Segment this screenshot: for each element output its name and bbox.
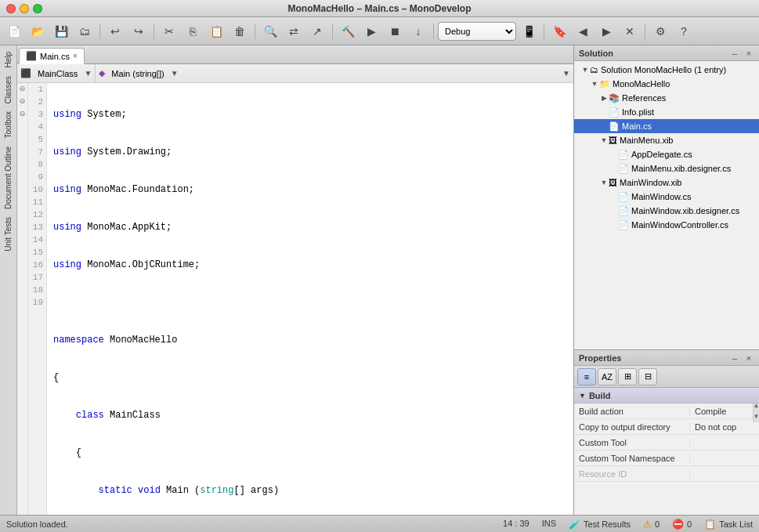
solution-tree[interactable]: ▼ 🗂 Solution MonoMacHello (1 entry) ▼ 📁 … (574, 61, 759, 349)
props-view-all-btn[interactable]: ≡ (577, 368, 596, 385)
settings-button[interactable]: ⚙ (649, 20, 671, 42)
tree-infoplist-label: Info.plist (622, 107, 654, 117)
save-button[interactable]: 💾 (50, 20, 72, 42)
scroll-down-btn[interactable]: ▼ (754, 411, 759, 422)
bookmark-button[interactable]: 🔖 (548, 20, 570, 42)
open-button[interactable]: 📂 (27, 20, 49, 42)
step-button[interactable]: ↓ (407, 20, 429, 42)
save-all-button[interactable]: 🗂 (74, 20, 96, 42)
separator-2 (154, 24, 154, 39)
tree-references-arrow[interactable]: ▶ (599, 93, 609, 103)
clear-bookmarks-button[interactable]: ✕ (619, 20, 641, 42)
minimize-button[interactable] (20, 4, 29, 13)
separator-5 (433, 24, 434, 39)
properties-panel-close[interactable]: × (743, 353, 754, 364)
props-view-custom-btn[interactable]: ⊟ (638, 368, 657, 385)
properties-panel-minimize[interactable]: – (729, 353, 740, 364)
tree-mainmenu-xib[interactable]: ▼ 🖼 MainMenu.xib (574, 133, 759, 147)
code-editor[interactable]: ⊖ ⊖ ⊖ 1 2 (17, 83, 573, 515)
tab-close-button[interactable]: × (73, 52, 78, 60)
solution-panel-title: Solution (579, 49, 613, 58)
props-row-custom-tool[interactable]: Custom Tool (574, 435, 759, 451)
window-controls[interactable] (6, 4, 42, 13)
title-bar: MonoMacHello – Main.cs – MonoDevelop (0, 0, 759, 17)
scroll-up-btn[interactable]: ▲ (754, 404, 759, 411)
controller-icon: 📄 (618, 220, 629, 230)
document-outline-panel-btn[interactable]: Document Outline (2, 143, 14, 212)
props-row-copy-output[interactable]: Copy to output directory Do not cop (574, 419, 759, 435)
config-select[interactable]: Debug Release (438, 22, 516, 41)
props-scrollbar[interactable]: ▲ ▼ (753, 404, 759, 422)
solution-panel-close[interactable]: × (743, 48, 754, 59)
delete-button[interactable]: 🗑 (229, 20, 251, 42)
task-list-group[interactable]: 📋 Task List (704, 519, 753, 530)
tree-references[interactable]: ▶ 📚 References (574, 91, 759, 105)
tree-maincs-label: Main.cs (622, 121, 652, 131)
next-bookmark-button[interactable]: ▶ (595, 20, 617, 42)
cut-button[interactable]: ✂ (158, 20, 180, 42)
properties-table: Build action Compile ▲ ▼ Copy to output … (574, 404, 759, 515)
stop-button[interactable]: ⏹ (384, 20, 406, 42)
test-results-group[interactable]: 🧪 Test Results (569, 519, 631, 530)
properties-panel-controls: – × (729, 353, 754, 364)
help-panel-btn[interactable]: Help (2, 49, 14, 71)
code-content[interactable]: using System; using System.Drawing; usin… (47, 83, 573, 515)
class-dropdown-arrow[interactable]: ▼ (81, 64, 95, 82)
props-row-custom-tool-ns[interactable]: Custom Tool Namespace (574, 451, 759, 466)
new-button[interactable]: 📄 (3, 20, 25, 42)
prev-bookmark-button[interactable]: ◀ (572, 20, 594, 42)
unit-tests-panel-btn[interactable]: Unit Tests (2, 214, 14, 255)
help-button[interactable]: ? (673, 20, 695, 42)
tree-mainwindow-designer[interactable]: 📄 MainWindow.xib.designer.cs (574, 204, 759, 218)
method-indicator: Main (string[]) (108, 69, 167, 78)
tree-mainwindow-cs[interactable]: 📄 MainWindow.cs (574, 190, 759, 204)
xib-icon: 🖼 (609, 136, 617, 145)
properties-panel: Properties – × ≡ AZ ⊞ ⊟ ▼ Build Build ac… (574, 350, 759, 515)
task-list-icon: 📋 (704, 519, 716, 530)
tree-mainwindow-arrow[interactable]: ▼ (599, 178, 609, 187)
undo-button[interactable]: ↩ (104, 20, 126, 42)
tree-appdelegate[interactable]: 📄 AppDelegate.cs (574, 147, 759, 161)
solution-panel-minimize[interactable]: – (729, 48, 740, 59)
maximize-button[interactable] (33, 4, 42, 13)
close-button[interactable] (6, 4, 16, 13)
separator-1 (99, 24, 100, 39)
replace-button[interactable]: ⇄ (283, 20, 305, 42)
classes-panel-btn[interactable]: Classes (2, 73, 14, 107)
toolbox-panel-btn[interactable]: Toolbox (2, 108, 14, 141)
tree-root-arrow[interactable]: ▼ (580, 65, 590, 74)
tree-mainwindow-xib[interactable]: ▼ 🖼 MainWindow.xib (574, 176, 759, 190)
tree-mainmenu-designer[interactable]: 📄 MainMenu.xib.designer.cs (574, 161, 759, 176)
run-button[interactable]: ▶ (360, 20, 382, 42)
nav-scroll-btn[interactable]: ▼ (559, 64, 573, 82)
props-row-build-action[interactable]: Build action Compile ▲ ▼ (574, 404, 759, 419)
redo-button[interactable]: ↪ (128, 20, 150, 42)
device-button[interactable]: 📱 (518, 20, 540, 42)
line-numbers: 1 2 3 4 5 7 8 9 10 11 12 13 14 15 16 17 … (28, 83, 47, 515)
tree-root[interactable]: ▼ 🗂 Solution MonoMacHello (1 entry) (574, 63, 759, 77)
props-label-custom-tool-ns: Custom Tool Namespace (574, 454, 690, 463)
tree-mainmenu-arrow[interactable]: ▼ (599, 136, 609, 145)
build-section-header[interactable]: ▼ Build (574, 388, 759, 404)
code-nav-bar: ⬛ MainClass ▼ ◆ Main (string[]) ▼ ▼ (17, 64, 573, 83)
search-button[interactable]: 🔍 (259, 20, 281, 42)
copy-button[interactable]: ⎘ (182, 20, 204, 42)
main-layout: Help Classes Toolbox Document Outline Un… (0, 45, 759, 515)
props-row-resource-id: Resource ID (574, 466, 759, 482)
tree-project[interactable]: ▼ 📁 MonoMacHello (574, 77, 759, 91)
tab-main-cs[interactable]: ⬛ Main.cs × (19, 48, 85, 64)
errors-count: 0 (687, 519, 692, 529)
props-view-alpha-btn[interactable]: AZ (598, 368, 616, 385)
cursor-position: 14 : 39 (503, 519, 529, 530)
status-bar: Solution loaded. 14 : 39 INS 🧪 Test Resu… (0, 515, 759, 532)
goto-button[interactable]: ↗ (306, 20, 328, 42)
method-dropdown-arrow[interactable]: ▼ (168, 64, 182, 82)
props-view-category-btn[interactable]: ⊞ (618, 368, 637, 385)
tree-maincs[interactable]: 📄 Main.cs (574, 119, 759, 133)
solution-panel-controls: – × (729, 48, 754, 59)
tree-mainwindow-controller[interactable]: 📄 MainWindowController.cs (574, 218, 759, 232)
build-button[interactable]: 🔨 (337, 20, 359, 42)
tree-infoplist[interactable]: 📄 Info.plist (574, 105, 759, 119)
tree-project-arrow[interactable]: ▼ (590, 79, 599, 89)
paste-button[interactable]: 📋 (205, 20, 227, 42)
